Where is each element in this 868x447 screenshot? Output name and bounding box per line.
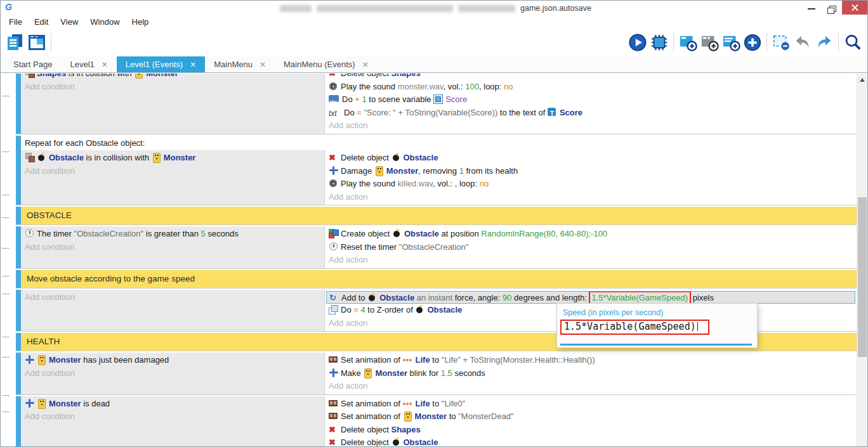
action-line[interactable]: Delete object Obstacle bbox=[325, 152, 857, 165]
life-icon bbox=[403, 355, 413, 364]
action-line[interactable]: Create object Obstacle at position Rando… bbox=[325, 228, 857, 241]
action-line[interactable]: Delete object Obstacle bbox=[325, 436, 857, 446]
add-condition-link[interactable]: Add condition bbox=[21, 165, 324, 178]
project-manager-icon[interactable] bbox=[4, 32, 26, 53]
action-line[interactable]: Set animation of Life to "Life0" bbox=[325, 398, 857, 411]
bomb-icon bbox=[415, 305, 424, 314]
tab-close-icon[interactable]: ✕ bbox=[260, 60, 266, 69]
event-selection-bar[interactable] bbox=[16, 290, 21, 332]
delete-event-icon[interactable] bbox=[770, 32, 792, 53]
input-focus-underline bbox=[560, 344, 752, 346]
scrollbar-thumb[interactable] bbox=[858, 197, 867, 357]
add-action-link[interactable]: Add action bbox=[325, 191, 857, 204]
menu-edit[interactable]: Edit bbox=[31, 16, 51, 28]
vertical-scrollbar[interactable] bbox=[857, 74, 867, 446]
event-selection-bar[interactable] bbox=[16, 333, 21, 351]
action-line[interactable]: Delete object Shapes bbox=[325, 74, 857, 81]
action-line[interactable]: Set animation of Life to "Life" + ToStri… bbox=[325, 354, 857, 367]
action-line[interactable]: Reset the timer "ObstacleCreation" bbox=[325, 241, 857, 254]
comment-text[interactable]: Move obstacle according to the game spee… bbox=[21, 270, 857, 288]
text-segment: "Life0" bbox=[442, 399, 465, 408]
event-selection-bar[interactable] bbox=[16, 226, 21, 268]
add-action-link[interactable]: Add action bbox=[325, 119, 857, 133]
minimize-button[interactable] bbox=[801, 1, 822, 15]
text-segment: , loop: bbox=[479, 82, 504, 91]
add-circle-icon[interactable] bbox=[742, 32, 763, 53]
add-action-link[interactable]: Add action bbox=[325, 254, 857, 267]
add-condition-link[interactable]: Add condition bbox=[21, 81, 324, 94]
event-selection-bar[interactable] bbox=[16, 270, 21, 288]
text-segment: Score bbox=[560, 108, 582, 117]
add-condition-link[interactable]: Add condition bbox=[21, 241, 324, 254]
tab-mainmenu[interactable]: MainMenu✕ bbox=[205, 56, 275, 72]
tab-close-icon[interactable]: ✕ bbox=[190, 60, 196, 69]
menu-window[interactable]: Window bbox=[87, 16, 122, 28]
add-condition-link[interactable]: Add condition bbox=[21, 410, 324, 424]
animation-icon bbox=[329, 355, 338, 364]
window-title-text: game.json.autosave bbox=[520, 4, 591, 13]
tab-start-page[interactable]: Start Page bbox=[4, 56, 61, 72]
condition-line[interactable]: The timer "ObstacleCreation" is greater … bbox=[21, 228, 324, 241]
text-segment: an instant bbox=[414, 293, 455, 302]
action-line[interactable]: Delete object Shapes bbox=[325, 424, 857, 437]
event-selection-bar[interactable] bbox=[16, 136, 21, 205]
start-page-icon[interactable] bbox=[26, 32, 48, 53]
repeat-event-header[interactable]: Repeat for each Obstacle object: bbox=[21, 136, 857, 151]
tab-close-icon[interactable]: ✕ bbox=[102, 60, 108, 69]
action-line[interactable]: Set animation of Monster to "MonsterDead… bbox=[325, 410, 857, 424]
gutter-tick bbox=[2, 248, 10, 249]
event-selection-bar[interactable] bbox=[16, 74, 21, 134]
menu-help[interactable]: Help bbox=[129, 16, 152, 28]
restore-button[interactable] bbox=[822, 1, 842, 15]
add-comment-icon[interactable] bbox=[720, 32, 742, 53]
gutter-tick bbox=[2, 411, 10, 412]
text-segment: "Score: " + ToString(Variable(Score)) bbox=[364, 108, 497, 117]
expression-input[interactable]: 1.5*Variable(GameSpeed) bbox=[557, 318, 757, 335]
app-logo-icon: G bbox=[5, 2, 12, 12]
action-line[interactable]: Make Monster blink for 1.5 seconds bbox=[325, 367, 857, 380]
undo-icon[interactable] bbox=[792, 32, 813, 53]
search-icon[interactable] bbox=[842, 32, 864, 53]
scroll-up-arrow-icon[interactable] bbox=[860, 78, 865, 82]
condition-line[interactable]: Shapes is in collision with Monster bbox=[21, 74, 324, 81]
tab-close-icon[interactable]: ✕ bbox=[362, 60, 369, 69]
menu-file[interactable]: File bbox=[6, 16, 25, 28]
menu-view[interactable]: View bbox=[57, 16, 81, 28]
event-selection-bar[interactable] bbox=[16, 396, 21, 447]
close-button[interactable] bbox=[842, 1, 867, 15]
add-condition-link[interactable]: Add condition bbox=[21, 367, 324, 380]
add-action-link[interactable]: Add action bbox=[325, 380, 857, 393]
tab-level1[interactable]: Level1✕ bbox=[61, 56, 116, 72]
debugger-icon[interactable] bbox=[648, 32, 670, 53]
comment-text[interactable]: OBSTACLE bbox=[21, 207, 857, 224]
add-subevent-icon[interactable] bbox=[699, 32, 720, 53]
text-segment: Monster bbox=[164, 153, 196, 162]
text-segment: to bbox=[447, 411, 458, 421]
text-segment: Monster bbox=[386, 166, 419, 176]
text-segment: killed.wav bbox=[398, 179, 433, 188]
text-segment: Monster bbox=[49, 399, 81, 408]
tab-mainmenu-events[interactable]: MainMenu (Events)✕ bbox=[275, 56, 378, 72]
text-action-icon bbox=[329, 108, 341, 117]
event-selection-bar[interactable] bbox=[16, 207, 21, 224]
monster-icon bbox=[363, 368, 372, 377]
add-condition-link[interactable]: Add condition bbox=[21, 291, 324, 304]
action-line[interactable]: Play the sound killed.wav, vol.: , loop:… bbox=[325, 178, 857, 191]
selected-action[interactable]: Add to Obstacle an instant force, angle:… bbox=[326, 291, 855, 304]
add-event-icon[interactable] bbox=[677, 32, 699, 53]
event-selection-bar[interactable] bbox=[16, 353, 21, 394]
delete-icon bbox=[329, 153, 338, 162]
tab-level1-events[interactable]: Level1 (Events)✕ bbox=[117, 56, 205, 72]
text-segment: Delete object bbox=[341, 425, 391, 434]
event-row: Monster has just been damagedAdd conditi… bbox=[16, 353, 857, 395]
action-line[interactable]: Do + 1 to scene variable Score bbox=[325, 93, 857, 107]
action-line[interactable]: Damage Monster, removing 1 from its heal… bbox=[325, 165, 857, 178]
redo-icon[interactable] bbox=[813, 32, 835, 53]
condition-line[interactable]: Obstacle is in collision with Monster bbox=[21, 152, 324, 165]
condition-line[interactable]: Monster has just been damaged bbox=[21, 354, 324, 367]
action-line[interactable]: Play the sound monster.wav, vol.: 100, l… bbox=[325, 81, 857, 94]
text-segment: "ObstacleCreation" bbox=[74, 229, 144, 238]
condition-line[interactable]: Monster is dead bbox=[21, 398, 324, 411]
preview-play-icon[interactable] bbox=[627, 32, 648, 53]
action-line[interactable]: Do = "Score: " + ToString(Variable(Score… bbox=[325, 107, 857, 120]
